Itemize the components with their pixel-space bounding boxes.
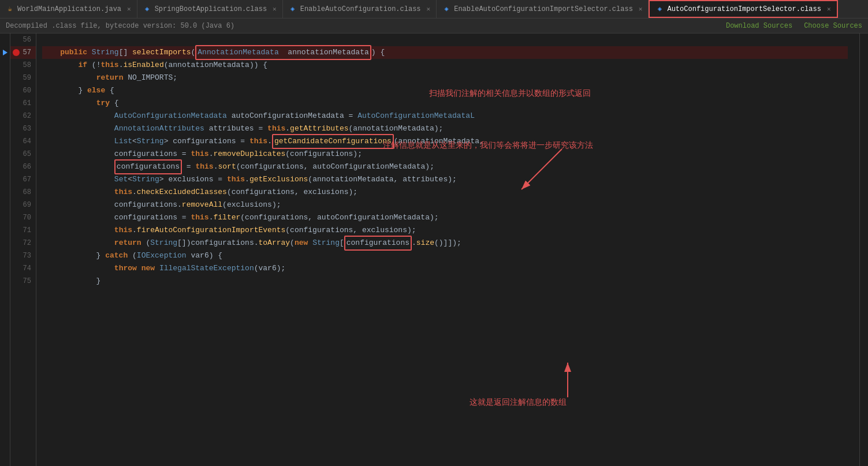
- annotation-text-3: 这就是返回注解信息的数组: [470, 397, 567, 408]
- linenum-67: 67: [10, 173, 36, 186]
- code-line-75: }: [42, 275, 848, 288]
- gutter-62: [0, 110, 10, 122]
- code-line-63: AnnotationAttributes attributes = this .…: [42, 122, 848, 135]
- code-line-58: if (! this . isEnabled (annotationMetada…: [42, 59, 848, 72]
- code-line-65: configurations = this . removeDuplicates…: [42, 148, 848, 161]
- configurations-box-72: configurations: [344, 236, 412, 251]
- tab-bar: ☕ WorldMainApplication.java ✕ ◈ SpringBo…: [0, 0, 868, 18]
- linenum-69: 69: [10, 199, 36, 211]
- code-line-56: [42, 33, 848, 46]
- linenum-58: 58: [10, 59, 36, 72]
- linenum-71: 71: [10, 224, 36, 237]
- annotationmetadata-box: AnnotationMetadata annotationMetadata: [195, 45, 371, 60]
- code-line-59: return NO_IMPORTS;: [42, 72, 848, 84]
- linenum-73: 73: [10, 249, 36, 262]
- code-line-60: } else {: [42, 84, 848, 97]
- tab-enableautoimport[interactable]: ◈ EnableAutoConfigurationImportSelector.…: [437, 0, 649, 18]
- gutter-58: [0, 59, 10, 72]
- java-icon: ☕: [6, 5, 14, 13]
- gutter-56: [0, 33, 10, 46]
- code-line-61: try {: [42, 97, 848, 110]
- gutter-73: [0, 249, 10, 262]
- linenum-64: 64: [10, 135, 36, 148]
- linenum-65: 65: [10, 148, 36, 161]
- code-content[interactable]: public String [] selectImports ( Annotat…: [36, 33, 859, 466]
- code-line-67: Set < String > exclusions = this . getEx…: [42, 173, 848, 186]
- download-sources-link[interactable]: Download Sources: [726, 22, 792, 30]
- gutter-65: [0, 148, 10, 161]
- linenum-59: 59: [10, 72, 36, 84]
- linenum-68: 68: [10, 186, 36, 199]
- code-line-64: List < String > configurations = this . …: [42, 135, 848, 148]
- gutter-71: [0, 224, 10, 237]
- linenum-61: 61: [10, 97, 36, 110]
- gutter-59: [0, 72, 10, 84]
- minimap: [859, 33, 868, 466]
- tab-worldmain[interactable]: ☕ WorldMainApplication.java ✕: [0, 0, 137, 18]
- tab-autoconfigimport[interactable]: ◈ AutoConfigurationImportSelector.class …: [649, 0, 837, 18]
- class-icon-2: ◈: [289, 5, 297, 13]
- execution-arrow: [3, 50, 8, 55]
- gutter-72: [0, 237, 10, 249]
- linenum-74: 74: [10, 262, 36, 275]
- gutter-74: [0, 262, 10, 275]
- code-line-68: this . checkExcludedClasses (configurati…: [42, 186, 848, 199]
- code-line-74: throw new IllegalStateException (var6);: [42, 262, 848, 275]
- gutter-67: [0, 173, 10, 186]
- tab-close-icon-2[interactable]: ✕: [273, 5, 277, 13]
- code-line-57: public String [] selectImports ( Annotat…: [42, 46, 848, 59]
- code-line-72: return ( String [])configurations. toArr…: [42, 237, 848, 249]
- gutter-63: [0, 122, 10, 135]
- linenum-62: 62: [10, 110, 36, 122]
- breakpoint-57: [13, 49, 20, 56]
- gutter-57: [0, 46, 10, 59]
- gutter-60: [0, 84, 10, 97]
- tab-label-4: EnableAutoConfigurationImportSelector.cl…: [454, 5, 633, 13]
- tab-close-icon-4[interactable]: ✕: [639, 5, 643, 13]
- tab-enableauto[interactable]: ◈ EnableAutoConfiguration.class ✕: [283, 0, 437, 18]
- linenum-57: 57: [10, 46, 36, 59]
- configurations-box-66: configurations: [114, 159, 182, 174]
- linenum-56: 56: [10, 33, 36, 46]
- linenum-72: 72: [10, 237, 36, 249]
- linenum-66: 66: [10, 161, 36, 173]
- app-container: ☕ WorldMainApplication.java ✕ ◈ SpringBo…: [0, 0, 868, 466]
- tab-label: WorldMainApplication.java: [17, 5, 121, 13]
- tab-label-5: AutoConfigurationImportSelector.class: [667, 5, 821, 13]
- gutter-75: [0, 275, 10, 288]
- class-icon-3: ◈: [442, 5, 450, 13]
- code-line-62: AutoConfigurationMetadata autoConfigurat…: [42, 110, 848, 122]
- linenum-63: 63: [10, 122, 36, 135]
- tab-close-icon[interactable]: ✕: [127, 5, 131, 13]
- tab-label-2: SpringBootApplication.class: [155, 5, 267, 13]
- class-icon-4: ◈: [655, 5, 664, 13]
- gutter-68: [0, 186, 10, 199]
- info-bar: Decompiled .class file, bytecode version…: [0, 18, 868, 33]
- linenum-75: 75: [10, 275, 36, 288]
- class-icon-1: ◈: [143, 5, 151, 13]
- info-links: Download Sources Choose Sources: [726, 22, 862, 30]
- code-line-71: this . fireAutoConfigurationImportEvents…: [42, 224, 848, 237]
- tab-label-3: EnableAutoConfiguration.class: [300, 5, 421, 13]
- decompiled-info: Decompiled .class file, bytecode version…: [6, 22, 234, 30]
- annotation-arrow-3: [556, 357, 602, 403]
- tab-close-icon-5[interactable]: ✕: [827, 5, 831, 13]
- code-line-73: } catch ( IOException var6) {: [42, 249, 848, 262]
- code-line-70: configurations = this . filter (configur…: [42, 211, 848, 224]
- line-numbers: 56 57 58 59 60 61 62 63 64 65 66 67 68 6…: [10, 33, 36, 466]
- code-line-66: configurations = this . sort (configurat…: [42, 161, 848, 173]
- choose-sources-link[interactable]: Choose Sources: [804, 22, 862, 30]
- gutter-61: [0, 97, 10, 110]
- tab-springboot[interactable]: ◈ SpringBootApplication.class ✕: [137, 0, 283, 18]
- tab-close-icon-3[interactable]: ✕: [427, 5, 431, 13]
- gutter-70: [0, 211, 10, 224]
- gutter-64: [0, 135, 10, 148]
- gutter-69: [0, 199, 10, 211]
- linenum-70: 70: [10, 211, 36, 224]
- gutter: [0, 33, 10, 466]
- gutter-66: [0, 161, 10, 173]
- getcandidateconfigurations-box: getCandidateConfigurations: [272, 134, 394, 149]
- code-area: 56 57 58 59 60 61 62 63 64 65 66 67 68 6…: [0, 33, 868, 466]
- code-line-69: configurations. removeAll (exclusions);: [42, 199, 848, 211]
- linenum-60: 60: [10, 84, 36, 97]
